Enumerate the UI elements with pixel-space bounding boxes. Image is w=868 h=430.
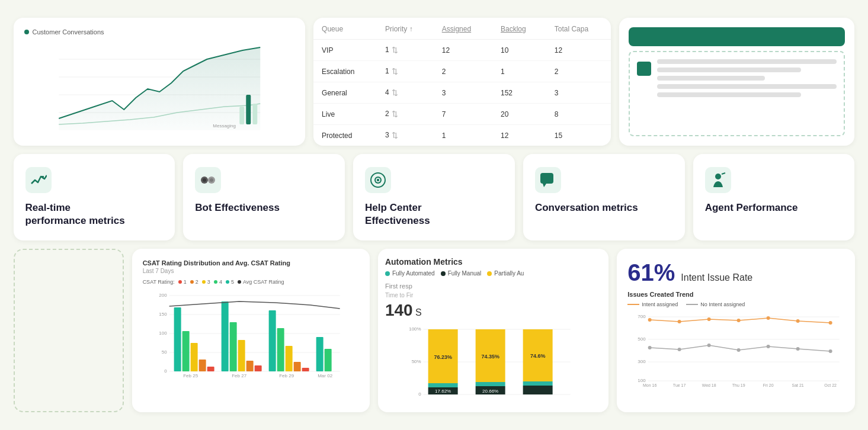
- feature-realtime[interactable]: Real-timeperformance metrics: [14, 154, 175, 240]
- svg-marker-16: [543, 184, 546, 187]
- svg-text:50: 50: [161, 349, 166, 355]
- col-assigned[interactable]: Assigned: [434, 18, 492, 40]
- svg-text:0: 0: [164, 368, 167, 374]
- priority-cell: 1 ⇅: [377, 61, 434, 82]
- col-backlog[interactable]: Backlog: [492, 18, 546, 40]
- svg-text:Mar 02: Mar 02: [318, 373, 332, 378]
- mockup-line-3: [657, 76, 765, 81]
- svg-line-18: [722, 173, 725, 174]
- svg-point-86: [678, 348, 681, 351]
- table-row: Escalation 1 ⇅ 2 1 2: [313, 61, 611, 82]
- intent-legend: Intent assigned No Intent assigned: [627, 301, 844, 307]
- mockup-line-1: [657, 59, 837, 64]
- svg-point-90: [796, 347, 800, 351]
- svg-rect-57: [428, 383, 458, 387]
- filter-icon[interactable]: ⇅: [392, 110, 398, 118]
- svg-text:Feb 29: Feb 29: [279, 373, 294, 378]
- svg-rect-37: [246, 361, 253, 371]
- total-cell: 15: [546, 125, 611, 146]
- backlog-cell: 12: [492, 125, 546, 146]
- intent-chart-title: Issues Created Trend: [627, 291, 844, 298]
- chart-legend: Customer Conversations: [24, 28, 295, 36]
- priority-cell: 4 ⇅: [377, 82, 434, 104]
- customer-conversations-card: Customer Conversations: [14, 18, 306, 146]
- svg-text:100: 100: [159, 330, 167, 336]
- svg-point-80: [707, 317, 711, 321]
- svg-rect-4: [239, 107, 244, 124]
- svg-text:150: 150: [159, 312, 167, 317]
- chart-wave-icon: [30, 172, 47, 188]
- mockup-lines: [657, 59, 837, 97]
- svg-rect-32: [198, 360, 206, 371]
- svg-rect-5: [246, 95, 251, 124]
- intent-label: Intent Issue Rate: [681, 272, 752, 283]
- filter-icon[interactable]: ⇅: [392, 88, 398, 97]
- convo-icon: [539, 172, 557, 188]
- svg-rect-45: [324, 349, 331, 371]
- csat-l4: 4: [214, 279, 222, 285]
- backlog-cell: 10: [492, 39, 546, 61]
- col-priority[interactable]: Priority ↑: [377, 18, 434, 40]
- csat-title: CSAT Rating Distribution and Avg. CSAT R…: [143, 259, 359, 267]
- svg-text:50%: 50%: [412, 359, 421, 364]
- csat-legend: CSAT Rating: 1 2 3 4 5 Avg CSAT Rating: [143, 279, 359, 285]
- auto-l2: Fully Manual: [441, 270, 482, 277]
- filter-icon[interactable]: ⇅: [392, 131, 398, 140]
- csat-chart: 200 150 100 50 0: [143, 290, 359, 378]
- automation-card: Automation Metrics Fully Automated Fully…: [378, 249, 608, 412]
- queue-name[interactable]: Protected: [313, 125, 377, 146]
- mockup-line-2: [657, 68, 801, 72]
- filter-icon[interactable]: ⇅: [392, 46, 398, 54]
- svg-text:500: 500: [638, 336, 646, 342]
- svg-text:Sat 21: Sat 21: [792, 383, 804, 387]
- svg-point-84: [829, 321, 832, 325]
- realtime-title: Real-timeperformance metrics: [25, 201, 164, 227]
- feature-bot[interactable]: Bot Effectiveness: [183, 154, 345, 240]
- intent-l2: No Intent assigned: [686, 301, 745, 307]
- backlog-cell: 20: [492, 104, 546, 125]
- csat-subtitle: Last 7 Days: [143, 268, 359, 274]
- bot-icon: [198, 172, 217, 188]
- queue-name[interactable]: Escalation: [313, 61, 377, 82]
- col-total: Total Capa: [546, 18, 611, 40]
- csat-l1: 1: [178, 279, 187, 285]
- stacked-bar-chart: 100% 50% 0 76.23% 17.62% 74.35% 20.66%: [385, 325, 601, 402]
- svg-point-78: [648, 318, 652, 322]
- total-cell: 3: [546, 82, 611, 104]
- queue-name[interactable]: General: [313, 82, 377, 104]
- svg-text:74.35%: 74.35%: [481, 354, 499, 360]
- mockup-content: [629, 51, 845, 136]
- svg-point-82: [767, 316, 770, 320]
- automation-title: Automation Metrics: [385, 257, 601, 267]
- csat-l3: 3: [202, 279, 210, 285]
- queue-name[interactable]: Live: [313, 104, 377, 125]
- main-container: Customer Conversations: [14, 18, 855, 412]
- feature-agent[interactable]: Agent Performance: [693, 154, 855, 240]
- dashed-area: [14, 249, 124, 412]
- table-row: Live 2 ⇅ 7 20 8: [313, 104, 611, 125]
- feature-conversation[interactable]: Conversation metrics: [523, 154, 685, 240]
- intent-l1: Intent assigned: [627, 301, 678, 307]
- svg-point-85: [648, 346, 652, 349]
- intent-percentage: 61%: [627, 259, 675, 286]
- svg-text:Mon 16: Mon 16: [643, 383, 656, 387]
- svg-point-89: [767, 345, 770, 348]
- filter-icon[interactable]: ⇅: [392, 67, 398, 76]
- mockup-line-5: [657, 92, 801, 97]
- svg-text:Wed 18: Wed 18: [702, 383, 716, 387]
- svg-text:Feb 27: Feb 27: [232, 373, 246, 378]
- svg-rect-39: [268, 310, 276, 371]
- svg-point-10: [203, 178, 206, 182]
- agent-title: Agent Performance: [705, 201, 843, 214]
- svg-point-17: [715, 174, 721, 179]
- queue-name[interactable]: VIP: [313, 39, 377, 61]
- svg-rect-43: [302, 368, 309, 371]
- feature-helpcenter[interactable]: Help CenterEffectiveness: [353, 154, 515, 240]
- agent-icon: [710, 172, 726, 188]
- table-row: Protected 3 ⇅ 1 12 15: [313, 125, 611, 146]
- help-icon: [370, 172, 386, 188]
- svg-text:100: 100: [638, 378, 646, 383]
- bot-icon-container: [195, 167, 221, 193]
- svg-text:300: 300: [638, 359, 646, 364]
- csat-legend-rating: CSAT Rating:: [143, 279, 175, 285]
